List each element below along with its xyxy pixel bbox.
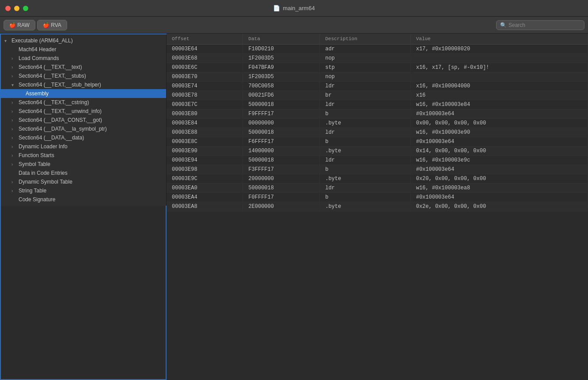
search-input[interactable] — [508, 22, 580, 28]
cell-value: 0x2e, 0x00, 0x00, 0x00 — [410, 202, 588, 211]
table-row[interactable]: 00003E8CF6FFFF17b#0x100003e64 — [167, 137, 588, 147]
sidebar-item-section64-text-unwind-info[interactable]: ›Section64 (__TEXT,__unwind_info) — [1, 107, 166, 116]
sidebar-item-section64-text-stub-helper[interactable]: ▾Section64 (__TEXT,__stub_helper) — [1, 80, 166, 89]
sidebar-item-string-table[interactable]: ›String Table — [1, 186, 166, 195]
window-icon: 📄 — [273, 5, 280, 11]
raw-button[interactable]: 🍎 RAW — [4, 20, 35, 30]
cell-description: ldr — [320, 82, 410, 91]
table-container[interactable]: Offset Data Description Value 00003E64F1… — [167, 34, 588, 380]
minimize-button[interactable] — [14, 6, 19, 11]
cell-offset: 00003EA4 — [167, 193, 243, 202]
cell-value: x16, x17, [sp, #-0x10]! — [410, 63, 588, 72]
table-row[interactable]: 00003E701F2003D5nop — [167, 72, 588, 82]
cell-offset: 00003E64 — [167, 45, 243, 54]
sidebar-item-load-commands[interactable]: ›Load Commands — [1, 54, 166, 63]
sidebar-item-function-starts[interactable]: ›Function Starts — [1, 151, 166, 160]
cell-description: b — [320, 165, 410, 174]
col-header-description: Description — [320, 34, 410, 45]
rva-button[interactable]: 🍎 RVA — [37, 20, 67, 30]
cell-value: x17, #0x100008020 — [410, 45, 588, 54]
sidebar-item-data-in-code[interactable]: Data in Code Entries — [1, 169, 166, 177]
table-row[interactable]: 00003E64F10D0210adrx17, #0x100008020 — [167, 45, 588, 54]
cell-value: #0x100003e64 — [410, 193, 588, 202]
table-row[interactable]: 00003E9450000018ldrw16, #0x100003e9c — [167, 156, 588, 165]
cell-data: F6FFFF17 — [243, 137, 320, 147]
chevron-icon: ▾ — [4, 38, 10, 43]
cell-description: .byte — [320, 147, 410, 156]
cell-data: 20000000 — [243, 174, 320, 184]
cell-data: F0FFFF17 — [243, 193, 320, 202]
cell-data: F047BFA9 — [243, 63, 320, 72]
table-row[interactable]: 00003E9C20000000.byte0x20, 0x00, 0x00, 0… — [167, 174, 588, 184]
sidebar-item-symbol-table[interactable]: ›Symbol Table — [1, 160, 166, 169]
cell-offset: 00003E74 — [167, 82, 243, 91]
sidebar-item-label: Executable (ARM64_ALL) — [11, 38, 73, 44]
cell-data: 1F2003D5 — [243, 54, 320, 63]
sidebar-item-label: Section64 (__TEXT,__cstring) — [19, 99, 89, 105]
cell-value: w16, #0x100003e84 — [410, 100, 588, 109]
cell-description: adr — [320, 45, 410, 54]
chevron-icon: › — [11, 65, 17, 70]
table-row[interactable]: 00003E8850000018ldrw16, #0x100003e90 — [167, 128, 588, 137]
maximize-button[interactable] — [23, 6, 28, 11]
sidebar-item-label: Section64 (__DATA,__la_symbol_ptr) — [19, 126, 107, 132]
sidebar-item-executable[interactable]: ▾Executable (ARM64_ALL) — [1, 36, 166, 45]
sidebar-item-section64-data-const-got[interactable]: ›Section64 (__DATA_CONST,__got) — [1, 116, 166, 124]
cell-description: stp — [320, 63, 410, 72]
sidebar-item-section64-data-data[interactable]: ›Section64 (__DATA,__data) — [1, 133, 166, 142]
cell-description: ldr — [320, 100, 410, 109]
table-row[interactable]: 00003EA4F0FFFF17b#0x100003e64 — [167, 193, 588, 202]
sidebar-item-assembly[interactable]: Assembly — [1, 89, 166, 98]
table-row[interactable]: 00003E9014000000.byte0x14, 0x00, 0x00, 0… — [167, 147, 588, 156]
sidebar-item-label: Data in Code Entries — [19, 170, 68, 176]
cell-value: #0x100003e64 — [410, 109, 588, 119]
table-row[interactable]: 00003EA82E000000.byte0x2e, 0x00, 0x00, 0… — [167, 202, 588, 211]
cell-value — [410, 54, 588, 63]
cell-description: b — [320, 193, 410, 202]
sidebar-item-label: Section64 (__TEXT,__text) — [19, 64, 82, 70]
cell-description: ldr — [320, 184, 410, 193]
table-row[interactable]: 00003E74700C0058ldrx16, #0x100004000 — [167, 82, 588, 91]
chevron-icon: › — [11, 109, 17, 114]
cell-value: 0x00, 0x00, 0x00, 0x00 — [410, 119, 588, 128]
cell-offset: 00003E84 — [167, 119, 243, 128]
cell-offset: 00003E68 — [167, 54, 243, 63]
table-row[interactable]: 00003E98F3FFFF17b#0x100003e64 — [167, 165, 588, 174]
sidebar-item-code-signature[interactable]: Code Signature — [1, 195, 166, 204]
cell-description: nop — [320, 54, 410, 63]
sidebar-item-dynamic-loader-info[interactable]: ›Dynamic Loader Info — [1, 142, 166, 151]
table-row[interactable]: 00003E8400000000.byte0x00, 0x00, 0x00, 0… — [167, 119, 588, 128]
table-row[interactable]: 00003E6CF047BFA9stpx16, x17, [sp, #-0x10… — [167, 63, 588, 72]
sidebar-item-label: String Table — [19, 188, 46, 194]
table-row[interactable]: 00003EA050000018ldrw16, #0x100003ea8 — [167, 184, 588, 193]
sidebar-item-section64-text-cstring[interactable]: ›Section64 (__TEXT,__cstring) — [1, 98, 166, 107]
sidebar-item-dynamic-symbol-table[interactable]: ›Dynamic Symbol Table — [1, 177, 166, 186]
cell-data: 1F2003D5 — [243, 72, 320, 82]
sidebar-item-section64-text-stubs[interactable]: ›Section64 (__TEXT,__stubs) — [1, 71, 166, 80]
table-header-row: Offset Data Description Value — [167, 34, 588, 45]
table-row[interactable]: 00003E80F9FFFF17b#0x100003e64 — [167, 109, 588, 119]
content-area: Offset Data Description Value 00003E64F1… — [167, 34, 588, 380]
sidebar-item-mach64-header[interactable]: Mach64 Header — [1, 45, 166, 54]
close-button[interactable] — [5, 6, 11, 11]
sidebar-item-label: Dynamic Loader Info — [19, 143, 68, 150]
cell-data: 50000018 — [243, 128, 320, 137]
sidebar-item-label: Code Signature — [19, 196, 55, 203]
cell-description: b — [320, 109, 410, 119]
cell-value: #0x100003e64 — [410, 137, 588, 147]
table-row[interactable]: 00003E681F2003D5nop — [167, 54, 588, 63]
cell-value: 0x14, 0x00, 0x00, 0x00 — [410, 147, 588, 156]
cell-offset: 00003E6C — [167, 63, 243, 72]
chevron-icon: › — [11, 74, 17, 79]
sidebar-item-section64-text-text[interactable]: ›Section64 (__TEXT,__text) — [1, 63, 166, 71]
cell-value: w16, #0x100003e9c — [410, 156, 588, 165]
chevron-icon: › — [11, 153, 17, 158]
sidebar-item-section64-data-la-symbol-ptr[interactable]: ›Section64 (__DATA,__la_symbol_ptr) — [1, 124, 166, 133]
sidebar-item-label: Assembly — [26, 90, 49, 97]
table-row[interactable]: 00003E7C50000018ldrw16, #0x100003e84 — [167, 100, 588, 109]
cell-value: x16, #0x100004000 — [410, 82, 588, 91]
table-row[interactable]: 00003E7800021FD6brx16 — [167, 91, 588, 100]
cell-description: .byte — [320, 174, 410, 184]
cell-description: b — [320, 137, 410, 147]
chevron-icon: › — [11, 144, 17, 149]
